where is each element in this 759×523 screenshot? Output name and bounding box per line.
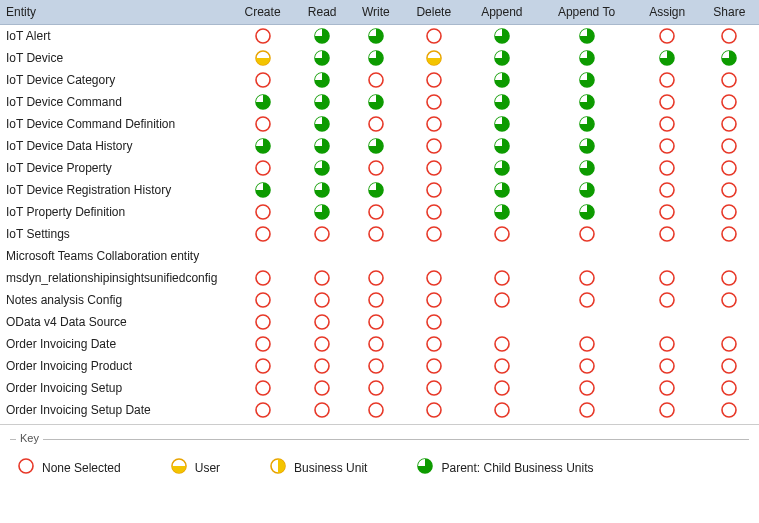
permission-cell[interactable] [538,135,634,157]
permission-cell[interactable] [230,135,295,157]
entity-name[interactable]: Order Invoicing Setup [0,377,230,399]
header-share[interactable]: Share [700,0,759,25]
permission-cell[interactable] [465,25,538,48]
header-delete[interactable]: Delete [402,0,465,25]
permission-cell[interactable] [402,157,465,179]
permission-cell[interactable] [700,399,759,421]
entity-name[interactable]: IoT Device Command [0,91,230,113]
permission-cell[interactable] [465,69,538,91]
permission-cell[interactable] [465,179,538,201]
permission-cell[interactable] [349,355,402,377]
permission-cell[interactable] [538,377,634,399]
permission-cell[interactable] [538,399,634,421]
permission-cell[interactable] [230,267,295,289]
permission-cell[interactable] [635,135,700,157]
permission-cell[interactable] [465,157,538,179]
permission-cell[interactable] [538,179,634,201]
permission-cell[interactable] [700,135,759,157]
permission-cell[interactable] [402,399,465,421]
permission-cell[interactable] [538,91,634,113]
permission-cell[interactable] [402,267,465,289]
permission-cell[interactable] [295,135,349,157]
permission-cell[interactable] [635,113,700,135]
entity-name[interactable]: IoT Device Registration History [0,179,230,201]
permission-cell[interactable] [402,25,465,48]
permission-cell[interactable] [349,179,402,201]
permission-cell[interactable] [700,333,759,355]
permission-cell[interactable] [700,91,759,113]
permission-cell[interactable] [538,333,634,355]
permission-cell[interactable] [635,91,700,113]
permission-cell[interactable] [295,25,349,48]
permission-cell[interactable] [700,157,759,179]
entity-name[interactable]: IoT Device Data History [0,135,230,157]
permission-cell[interactable] [700,223,759,245]
permission-cell[interactable] [700,25,759,48]
permission-cell[interactable] [402,223,465,245]
permission-cell[interactable] [465,355,538,377]
permission-cell[interactable] [230,113,295,135]
permission-cell[interactable] [635,267,700,289]
permission-cell[interactable] [349,91,402,113]
permission-cell[interactable] [230,25,295,48]
permission-cell[interactable] [295,311,349,333]
permission-cell[interactable] [635,157,700,179]
permission-cell[interactable] [349,311,402,333]
permission-cell[interactable] [635,179,700,201]
permission-cell[interactable] [635,223,700,245]
permission-cell[interactable] [402,333,465,355]
permission-cell[interactable] [349,267,402,289]
permission-cell[interactable] [402,289,465,311]
entity-name[interactable]: Notes analysis Config [0,289,230,311]
permission-cell[interactable] [465,113,538,135]
entity-name[interactable]: IoT Property Definition [0,201,230,223]
permission-cell[interactable] [349,113,402,135]
permission-cell[interactable] [465,91,538,113]
permission-cell[interactable] [465,135,538,157]
permission-cell[interactable] [230,289,295,311]
permission-cell[interactable] [635,355,700,377]
permission-cell[interactable] [349,135,402,157]
permission-cell[interactable] [230,333,295,355]
permission-cell[interactable] [635,377,700,399]
permission-cell[interactable] [465,377,538,399]
permission-cell[interactable] [538,47,634,69]
permission-cell[interactable] [349,289,402,311]
permission-cell[interactable] [349,223,402,245]
permission-cell[interactable] [349,47,402,69]
header-read[interactable]: Read [295,0,349,25]
permission-cell[interactable] [402,69,465,91]
entity-name[interactable]: msdyn_relationshipinsightsunifiedconfig [0,267,230,289]
permission-cell[interactable] [295,179,349,201]
permission-cell[interactable] [230,47,295,69]
permission-cell[interactable] [538,223,634,245]
permission-cell[interactable] [402,201,465,223]
permission-cell[interactable] [295,91,349,113]
permission-cell[interactable] [295,157,349,179]
permission-cell[interactable] [230,91,295,113]
permission-cell[interactable] [295,201,349,223]
permission-cell[interactable] [349,201,402,223]
permission-cell[interactable] [230,69,295,91]
permission-cell[interactable] [465,223,538,245]
permission-cell[interactable] [700,289,759,311]
permission-cell[interactable] [295,223,349,245]
entity-name[interactable]: OData v4 Data Source [0,311,230,333]
permission-cell[interactable] [230,377,295,399]
entity-name[interactable]: Microsoft Teams Collaboration entity [0,245,230,267]
permission-cell[interactable] [295,69,349,91]
permission-cell[interactable] [349,377,402,399]
permission-cell[interactable] [538,355,634,377]
header-append-to[interactable]: Append To [538,0,634,25]
permission-cell[interactable] [635,25,700,48]
permission-cell[interactable] [700,267,759,289]
permission-cell[interactable] [538,25,634,48]
permission-cell[interactable] [230,179,295,201]
permission-cell[interactable] [295,113,349,135]
entity-name[interactable]: Order Invoicing Setup Date [0,399,230,421]
permission-cell[interactable] [538,113,634,135]
entity-name[interactable]: IoT Device Command Definition [0,113,230,135]
permission-cell[interactable] [230,223,295,245]
permission-cell[interactable] [349,69,402,91]
permission-cell[interactable] [538,289,634,311]
